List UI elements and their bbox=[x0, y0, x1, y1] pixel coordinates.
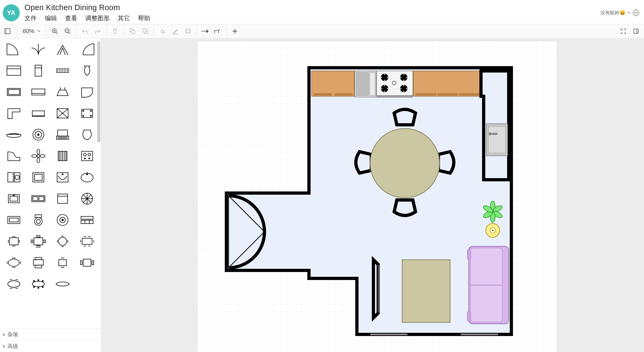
shape-printer[interactable] bbox=[28, 253, 48, 272]
shape-washer[interactable] bbox=[4, 168, 24, 187]
shape-target[interactable] bbox=[53, 211, 73, 229]
canvas[interactable] bbox=[101, 38, 644, 352]
triangle-right-icon bbox=[3, 345, 5, 348]
shape-frame[interactable] bbox=[28, 168, 48, 187]
shape-desk[interactable] bbox=[28, 83, 48, 101]
shape-table-sq2[interactable] bbox=[28, 232, 48, 251]
sofa[interactable] bbox=[467, 246, 509, 324]
shape-piano[interactable] bbox=[4, 147, 24, 165]
menu-file[interactable]: 文件 bbox=[25, 14, 37, 22]
svg-rect-176 bbox=[459, 93, 479, 95]
floorplan-drawing[interactable] bbox=[210, 62, 530, 340]
shape-quarter[interactable] bbox=[77, 40, 97, 59]
shape-screen[interactable] bbox=[28, 104, 48, 123]
shape-sink-sq[interactable] bbox=[53, 168, 73, 187]
svg-rect-146 bbox=[80, 261, 82, 265]
shape-jar[interactable] bbox=[77, 125, 97, 144]
to-back-button[interactable] bbox=[139, 26, 151, 37]
shape-fan[interactable] bbox=[53, 40, 73, 59]
zoom-in-button[interactable] bbox=[49, 26, 61, 37]
svg-rect-194 bbox=[467, 249, 471, 260]
shape-table-6[interactable] bbox=[77, 232, 97, 251]
shape-panel[interactable] bbox=[53, 189, 73, 208]
cooktop[interactable] bbox=[377, 71, 413, 98]
shape-vase[interactable] bbox=[77, 61, 97, 80]
cabinet-upper-right[interactable] bbox=[413, 71, 481, 96]
shape-oval-table[interactable] bbox=[4, 253, 24, 272]
shape-bed[interactable] bbox=[4, 61, 24, 80]
shape-corner[interactable] bbox=[77, 83, 97, 101]
format-panel-button[interactable] bbox=[630, 26, 642, 37]
svg-rect-15 bbox=[143, 29, 146, 32]
svg-point-74 bbox=[88, 153, 91, 156]
category-advanced[interactable]: 高级 bbox=[0, 340, 101, 352]
shape-flower[interactable] bbox=[28, 147, 48, 165]
shape-table-sq[interactable] bbox=[4, 232, 24, 251]
delete-button[interactable] bbox=[109, 26, 121, 37]
shape-tv[interactable] bbox=[4, 83, 24, 101]
user-menu[interactable]: 没有昵称😄 bbox=[600, 9, 640, 17]
shape-basin[interactable] bbox=[77, 168, 97, 187]
zoom-level[interactable]: 60% bbox=[19, 28, 44, 35]
shape-dbl-sink[interactable] bbox=[28, 189, 48, 208]
menu-arrange[interactable]: 调整图形 bbox=[85, 14, 110, 22]
shape-door-arc[interactable] bbox=[4, 40, 24, 59]
drawing-page[interactable] bbox=[197, 41, 557, 352]
shape-grill[interactable] bbox=[53, 147, 73, 165]
svg-rect-24 bbox=[7, 66, 21, 75]
shadow-button[interactable] bbox=[182, 26, 194, 37]
shape-hood[interactable] bbox=[53, 83, 73, 101]
oven[interactable] bbox=[355, 71, 376, 97]
insert-button[interactable] bbox=[230, 26, 241, 37]
zoom-out-button[interactable] bbox=[62, 26, 74, 37]
shape-oval-6[interactable] bbox=[4, 275, 24, 293]
undo-button[interactable] bbox=[79, 26, 91, 37]
fullscreen-button[interactable] bbox=[617, 26, 629, 37]
shape-laptop[interactable] bbox=[53, 125, 73, 144]
menu-edit[interactable]: 编辑 bbox=[45, 14, 57, 22]
rug[interactable] bbox=[402, 260, 450, 322]
shape-oval-dots[interactable] bbox=[28, 275, 48, 293]
shape-spiral[interactable] bbox=[77, 189, 97, 208]
sidebar-scrollbar[interactable] bbox=[97, 41, 100, 142]
connection-button[interactable] bbox=[199, 26, 211, 37]
cabinet-upper-left[interactable] bbox=[312, 71, 354, 96]
menu-view[interactable]: 查看 bbox=[65, 14, 77, 22]
svg-point-134 bbox=[8, 259, 19, 266]
waypoints-button[interactable] bbox=[212, 26, 224, 37]
shape-cabinet[interactable] bbox=[28, 61, 48, 80]
view-mode-button[interactable] bbox=[2, 26, 14, 37]
redo-button[interactable] bbox=[92, 26, 104, 37]
svg-rect-178 bbox=[488, 126, 506, 153]
shape-mirror[interactable] bbox=[77, 104, 97, 123]
to-front-button[interactable] bbox=[127, 26, 138, 37]
shape-toilet[interactable] bbox=[28, 211, 48, 229]
fill-color-button[interactable] bbox=[157, 26, 168, 37]
flat-tv[interactable] bbox=[373, 260, 380, 318]
shape-vents[interactable] bbox=[53, 61, 73, 80]
svg-rect-195 bbox=[467, 311, 471, 322]
svg-point-181 bbox=[370, 129, 439, 198]
shape-table-round[interactable] bbox=[53, 232, 73, 251]
shape-lshelf[interactable] bbox=[4, 104, 24, 123]
shape-table-side[interactable] bbox=[77, 253, 97, 272]
shape-door-arc-2[interactable] bbox=[28, 40, 48, 59]
shape-eye[interactable] bbox=[53, 275, 73, 293]
shape-table-2[interactable] bbox=[53, 253, 73, 272]
shape-stove[interactable] bbox=[77, 147, 97, 165]
user-avatar[interactable]: YA bbox=[3, 4, 20, 21]
shape-tray[interactable] bbox=[4, 211, 24, 229]
menu-extras[interactable]: 其它 bbox=[118, 14, 130, 22]
document-title[interactable]: Open Kitchen Dining Room bbox=[25, 3, 150, 12]
shape-sink2[interactable] bbox=[4, 189, 24, 208]
shape-rack[interactable] bbox=[77, 211, 97, 229]
floor-lamp[interactable] bbox=[486, 223, 500, 237]
shape-disc[interactable] bbox=[28, 125, 48, 144]
line-color-button[interactable] bbox=[169, 26, 181, 37]
svg-rect-119 bbox=[36, 246, 40, 247]
menu-help[interactable]: 帮助 bbox=[138, 14, 150, 22]
category-misc[interactable]: 杂项 bbox=[0, 329, 101, 340]
sink[interactable] bbox=[486, 124, 508, 156]
shape-xbox[interactable] bbox=[53, 104, 73, 123]
shape-bar[interactable] bbox=[4, 125, 24, 144]
